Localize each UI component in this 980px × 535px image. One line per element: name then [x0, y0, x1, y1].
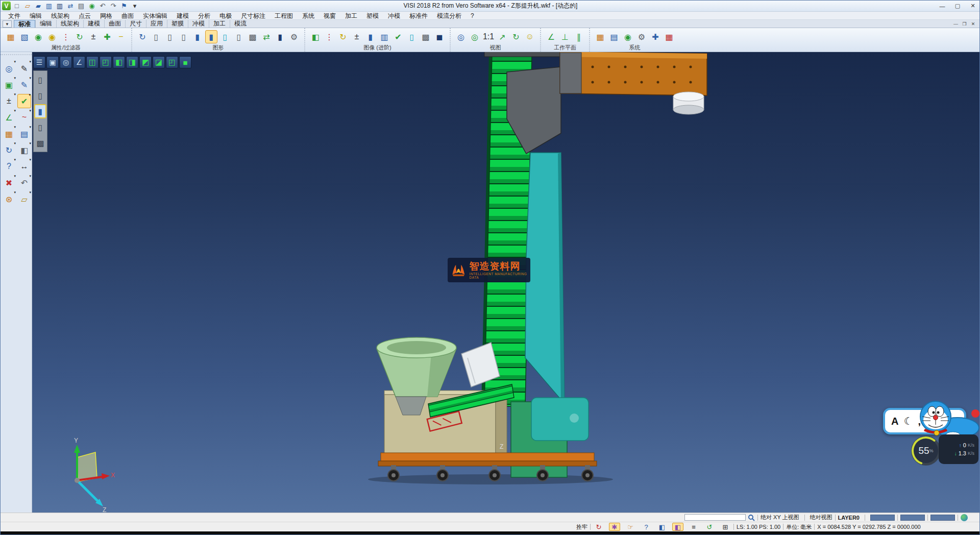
dynamic-shade-icon[interactable]: ▮	[274, 30, 286, 43]
undo-icon[interactable]: ↶	[97, 2, 108, 11]
visi-logo-icon[interactable]: V	[2, 2, 11, 10]
hatch-image-icon[interactable]: ▩	[420, 30, 432, 43]
navigation-wheel-icon[interactable]: ⊛	[2, 192, 16, 206]
freehand-sketch-icon[interactable]: ✎	[17, 78, 31, 92]
shaded-cube-icon[interactable]: ◼	[433, 30, 446, 43]
redo-icon[interactable]: ↷	[108, 2, 118, 11]
menu-item[interactable]: 线架构	[46, 12, 74, 20]
attribute-modify-icon[interactable]: ▦	[5, 30, 17, 43]
shaded-edges-view-icon[interactable]: ▮	[205, 30, 217, 43]
highlight-wand-icon[interactable]: ✱	[609, 523, 620, 531]
shaded-cube-status-icon[interactable]: ◧	[672, 523, 683, 531]
hatched-mode-icon[interactable]: ▩	[34, 136, 46, 150]
hatched-view-icon[interactable]: ▩	[247, 30, 259, 43]
menu-item[interactable]: 尺寸标注	[236, 12, 270, 20]
rotate-view-icon[interactable]: ↻	[510, 30, 522, 43]
snapshot-add-icon[interactable]: ◧	[309, 30, 322, 43]
workplane-align-icon[interactable]: ∥	[573, 30, 585, 43]
ribbon-tab[interactable]: 曲面	[104, 20, 125, 28]
visibility-add-icon[interactable]: ✚	[101, 30, 113, 43]
hidden-line-view-icon[interactable]: ▯	[164, 30, 176, 43]
snapshot-list-icon[interactable]: ⋮	[323, 30, 335, 43]
hidden-line-mode-icon[interactable]: ▯	[34, 88, 46, 103]
zoom-extents-icon[interactable]: ◎	[469, 30, 481, 43]
preview-icon[interactable]: ◉	[87, 2, 97, 11]
measure-distance-icon[interactable]: ↔	[17, 159, 31, 174]
filter-traffic-light-icon[interactable]: ⋮	[60, 30, 72, 43]
color-swatch-3[interactable]	[930, 515, 955, 521]
layers-icon[interactable]: ≡	[688, 523, 699, 531]
outline-view-icon[interactable]: ▯	[233, 30, 245, 43]
visibility-remove-icon[interactable]: −	[115, 30, 127, 43]
menu-item[interactable]: 文件	[4, 12, 25, 20]
zoom-preview-icon[interactable]: ◎	[2, 61, 16, 76]
filter-refresh-icon[interactable]: ↻	[74, 30, 86, 43]
qat-dropdown-icon[interactable]: ▾	[130, 2, 140, 11]
pan-view-icon[interactable]: ↗	[496, 30, 508, 43]
mdi-minimize-button[interactable]: —	[951, 20, 960, 28]
view-mode-status[interactable]: 绝对 XY 上视图	[761, 514, 799, 521]
ribbon-tab[interactable]: 尺寸	[125, 20, 146, 28]
solid-image-icon[interactable]: ▮	[364, 30, 377, 43]
validated-image-icon[interactable]: ✔	[392, 30, 404, 43]
menu-item[interactable]: 工程图	[270, 12, 298, 20]
window-preview-icon[interactable]: ▤	[608, 30, 620, 43]
dashed-hidden-view-icon[interactable]: ▯	[178, 30, 190, 43]
filter-remove-icon[interactable]: ◉	[46, 30, 58, 43]
menu-item[interactable]: 电极	[215, 12, 236, 20]
ribbon-tab[interactable]: 标准	[14, 20, 35, 28]
menu-item[interactable]: 网格	[95, 12, 117, 20]
tab-dropdown-icon[interactable]: ▼	[3, 20, 12, 28]
menu-item[interactable]: 实体编辑	[138, 12, 172, 20]
ribbon-tab[interactable]: 塑膜	[167, 20, 188, 28]
filter-add-icon[interactable]: ◉	[32, 30, 44, 43]
menu-item[interactable]: 点云	[74, 12, 95, 20]
menu-item[interactable]: 分析	[193, 12, 215, 20]
menu-item[interactable]: 建模	[172, 12, 193, 20]
wireframe-mode-icon[interactable]: ▯	[34, 72, 46, 87]
snapshot-refresh-icon[interactable]: ↻	[337, 30, 349, 43]
ribbon-tab[interactable]: 建模	[83, 20, 104, 28]
workplane-xy-icon[interactable]: ∠	[545, 30, 557, 43]
search-input[interactable]	[684, 514, 746, 521]
save-as-icon[interactable]: ▥	[55, 2, 65, 11]
search-icon[interactable]	[748, 514, 755, 521]
regenerate-icon[interactable]: ↻	[2, 143, 16, 157]
shaded-mode-icon[interactable]: ▮	[34, 104, 46, 118]
color-swatch-1[interactable]	[870, 515, 895, 521]
ribbon-tab[interactable]: 线架构	[56, 20, 83, 28]
color-swatch-2[interactable]	[900, 515, 925, 521]
zoom-window-icon[interactable]: ◎	[455, 30, 467, 43]
regen-status-icon[interactable]: ↺	[704, 523, 715, 531]
web-settings-icon[interactable]: ◉	[622, 30, 634, 43]
menu-item[interactable]: 系统	[298, 12, 319, 20]
transparent-view-icon[interactable]: ▯	[219, 30, 231, 43]
open-folder-icon[interactable]: ▱	[17, 192, 31, 206]
split-view-icon[interactable]: ⊞	[720, 523, 731, 531]
mdi-restore-button[interactable]: ❐	[960, 20, 969, 28]
snapshot-plus-minus-icon[interactable]: ±	[351, 30, 363, 43]
assistant-icon[interactable]: ⚑	[119, 2, 129, 11]
graphics-settings-icon[interactable]: ⚙	[288, 30, 300, 43]
save-all-icon[interactable]: ⇄	[65, 2, 76, 11]
ribbon-tab[interactable]: 编辑	[35, 20, 56, 28]
maximize-button[interactable]: ▢	[950, 1, 965, 11]
spline-edit-icon[interactable]: ~	[17, 110, 31, 125]
globe-icon[interactable]	[961, 514, 968, 521]
workplane-icon[interactable]: ∠	[2, 110, 16, 125]
lock-status[interactable]: 拴牢	[576, 523, 587, 531]
save-icon[interactable]: ▥	[44, 2, 54, 11]
menu-item[interactable]: 曲面	[117, 12, 138, 20]
menu-item[interactable]: 模流分析	[432, 12, 466, 20]
redraw-icon[interactable]: ↻	[136, 30, 149, 43]
print-icon[interactable]: ▤	[76, 2, 86, 11]
context-help-icon[interactable]: ?	[2, 159, 16, 174]
menu-item[interactable]: 冲模	[383, 12, 405, 20]
pick-hand-icon[interactable]: ☞	[625, 523, 636, 531]
scale-1-1-icon[interactable]: 1:1	[482, 30, 495, 43]
filter-plus-minus-icon[interactable]: ±	[87, 30, 100, 43]
mdi-close-button[interactable]: ✕	[969, 20, 977, 28]
delete-icon[interactable]: ✖	[2, 176, 16, 190]
undo-step-icon[interactable]: ↶	[17, 176, 31, 190]
network-speed-overlay[interactable]: ↑ 0 K/s ↓ 1.3 K/s	[939, 434, 978, 464]
